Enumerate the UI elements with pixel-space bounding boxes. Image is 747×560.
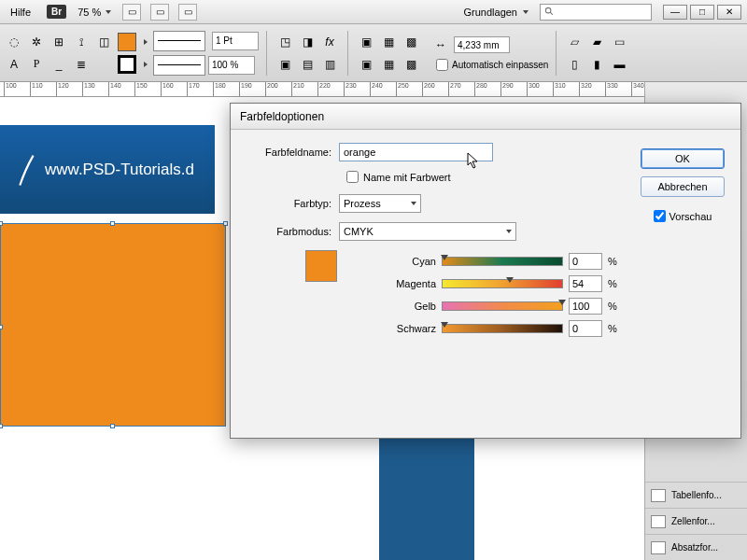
cyan-input[interactable] [569, 253, 602, 270]
measure-icon[interactable]: ⟟ [71, 32, 92, 52]
preview-checkbox[interactable] [654, 210, 666, 222]
crop-icon-1[interactable]: ▱ [564, 32, 585, 52]
blank-tool[interactable] [93, 54, 114, 75]
ok-button[interactable]: OK [641, 148, 725, 169]
fit-icon-2[interactable]: ▦ [378, 32, 399, 52]
black-input[interactable] [569, 320, 602, 337]
cancel-button[interactable]: Abbrechen [641, 176, 725, 197]
menu-help[interactable]: Hilfe [6, 5, 35, 20]
auto-fit-checkbox[interactable]: Automatisch einpassen [436, 59, 548, 71]
search-input[interactable] [540, 4, 652, 21]
group-icon[interactable]: ≣ [71, 54, 92, 75]
opacity-input[interactable] [208, 56, 255, 75]
link-x-icon: ↔ [430, 35, 451, 55]
colortype-select[interactable]: Prozess [339, 194, 421, 213]
paragraph-icon[interactable]: P [26, 54, 47, 75]
auto-fit-label: Automatisch einpassen [452, 60, 548, 70]
colortype-value: Prozess [344, 198, 381, 209]
chevron-right-icon[interactable] [144, 62, 148, 67]
stroke-style-preview[interactable] [153, 55, 205, 76]
crop-icon-3[interactable]: ▭ [609, 32, 629, 52]
fit-icon-5[interactable]: ▦ [378, 54, 399, 75]
stroke-preview[interactable] [153, 31, 205, 51]
name-with-value-label: Name mit Farbwert [363, 172, 451, 183]
panel-item-label: Absatzfor... [671, 542, 718, 553]
circle-dashed-icon[interactable]: ◌ [4, 32, 24, 52]
bridge-button[interactable]: Br [47, 5, 66, 19]
banner-frame[interactable]: www.PSD-Tutorials.d [0, 125, 215, 214]
chevron-down-icon [523, 10, 529, 14]
table-styles-icon [651, 489, 666, 502]
crop-icon-6[interactable]: ▬ [609, 54, 629, 75]
panel-item-table-styles[interactable]: Tabellenfo... [645, 482, 747, 508]
spread-icon[interactable]: ◫ [93, 32, 114, 52]
view-mode-icon-1[interactable]: ▭ [122, 4, 141, 21]
dialog-title-text: Farbfeldoptionen [240, 110, 324, 123]
fit-icon-4[interactable]: ▣ [356, 54, 376, 75]
crop-icon-4[interactable]: ▯ [564, 54, 585, 75]
zoom-selector[interactable]: 75 % [78, 7, 111, 18]
colormode-value: CMYK [344, 226, 374, 237]
zoom-value: 75 % [78, 7, 101, 18]
fx-icon[interactable]: fx [319, 32, 340, 52]
chevron-down-icon [106, 10, 111, 14]
magenta-input[interactable] [569, 275, 602, 292]
magenta-label: Magenta [345, 278, 436, 289]
selected-rect-frame[interactable] [0, 223, 226, 427]
corner-icon[interactable]: ◳ [275, 32, 295, 52]
black-slider[interactable] [442, 324, 563, 333]
minimize-button[interactable]: — [663, 5, 687, 20]
yellow-input[interactable] [569, 298, 602, 315]
preview-label: Vorschau [669, 211, 712, 222]
dialog-titlebar[interactable]: Farbfeldoptionen [231, 104, 740, 130]
chevron-down-icon [411, 202, 416, 205]
chevron-right-icon[interactable] [144, 39, 148, 45]
colortype-label: Farbtyp: [242, 198, 339, 209]
workspace-label: Grundlagen [464, 7, 518, 18]
panel-item-para-styles[interactable]: Absatzfor... [645, 534, 747, 560]
letter-a-icon[interactable]: A [4, 54, 24, 75]
cyan-slider[interactable] [442, 257, 563, 266]
window-controls: — □ ✕ [663, 5, 741, 20]
menubar: Hilfe Br 75 % ▭ ▭ ▭ Grundlagen — □ ✕ [0, 0, 747, 24]
crop-icon-5[interactable]: ▮ [586, 54, 607, 75]
swatch-name-input[interactable] [339, 143, 493, 161]
black-label: Schwarz [345, 323, 436, 334]
fit-icon-1[interactable]: ▣ [356, 32, 376, 52]
stroke-swatch[interactable] [118, 55, 136, 74]
colormode-label: Farbmodus: [242, 226, 339, 237]
panel-item-label: Tabellenfo... [671, 490, 722, 500]
name-with-value-checkbox[interactable] [346, 171, 359, 183]
swatches [118, 32, 149, 75]
close-button[interactable]: ✕ [717, 5, 741, 20]
workspace-selector[interactable]: Grundlagen [464, 7, 529, 18]
fit-icon-3[interactable]: ▩ [401, 32, 421, 52]
banner-text: www.PSD-Tutorials.d [45, 161, 194, 179]
view-mode-icon-2[interactable]: ▭ [150, 4, 169, 21]
feather-icon [17, 151, 37, 189]
crop-icon-2[interactable]: ▰ [586, 32, 607, 52]
auto-fit-check[interactable] [436, 59, 448, 71]
yellow-slider[interactable] [442, 301, 563, 311]
maximize-button[interactable]: □ [690, 5, 714, 20]
panel-item-cell-styles[interactable]: Zellenfor... [645, 508, 747, 534]
fill-swatch[interactable] [118, 33, 136, 51]
horizontal-ruler: 1001101201301401501601701801902002102202… [0, 82, 747, 97]
view-mode-icon-3[interactable]: ▭ [178, 4, 197, 21]
wrap-icon-3[interactable]: ▥ [319, 54, 340, 75]
fit-icon-6[interactable]: ▩ [401, 54, 421, 75]
effects-icon[interactable]: ◨ [297, 32, 317, 52]
wrap-icon-2[interactable]: ▤ [297, 54, 317, 75]
yellow-label: Gelb [345, 301, 436, 312]
magenta-slider[interactable] [442, 279, 563, 288]
atom-icon[interactable]: ✲ [26, 32, 47, 52]
cyan-label: Cyan [345, 256, 436, 267]
wrap-icon-1[interactable]: ▣ [275, 54, 295, 75]
reference-point-icon[interactable]: ⊞ [49, 32, 69, 52]
name-label: Farbfeldname: [242, 147, 339, 158]
stroke-weight-input[interactable] [212, 32, 259, 50]
colormode-select[interactable]: CMYK [339, 222, 516, 241]
underscore-icon[interactable]: _ [49, 54, 69, 75]
blue-column-frame[interactable] [379, 433, 474, 560]
x-measure-input[interactable] [454, 36, 510, 53]
